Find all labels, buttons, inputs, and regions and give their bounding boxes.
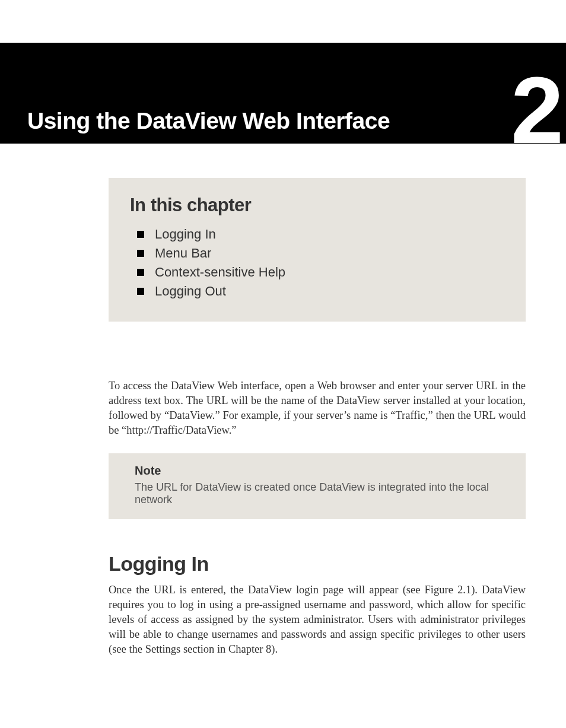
note-box: Note The URL for DataView is created onc… xyxy=(109,453,526,519)
toc-heading: In this chapter xyxy=(130,195,504,216)
intro-paragraph: To access the DataView Web interface, op… xyxy=(109,379,526,438)
section-paragraph: Once the URL is entered, the DataView lo… xyxy=(109,583,526,657)
note-text: The URL for DataView is created once Dat… xyxy=(135,481,508,506)
content-column: In this chapter Logging In Menu Bar Cont… xyxy=(109,144,526,657)
chapter-number: 2 xyxy=(511,63,560,158)
toc-item: Logging In xyxy=(155,227,504,242)
toc-item: Menu Bar xyxy=(155,246,504,261)
section-heading-logging-in: Logging In xyxy=(109,552,526,576)
toc-list: Logging In Menu Bar Context-sensitive He… xyxy=(130,227,504,299)
chapter-title: Using the DataView Web Interface xyxy=(27,108,390,134)
chapter-header: Using the DataView Web Interface 2 xyxy=(0,43,566,144)
toc-item: Logging Out xyxy=(155,284,504,299)
in-this-chapter-box: In this chapter Logging In Menu Bar Cont… xyxy=(109,178,526,322)
toc-item: Context-sensitive Help xyxy=(155,265,504,280)
note-heading: Note xyxy=(135,464,508,478)
